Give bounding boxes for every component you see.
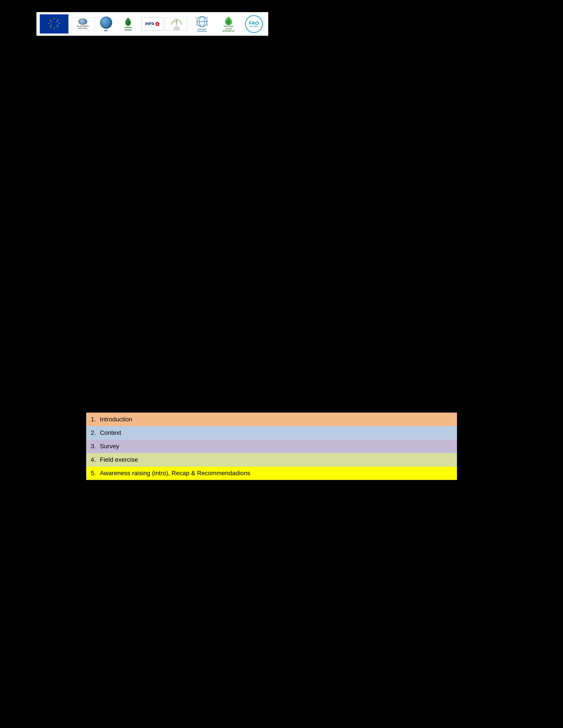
- menu-label-introduction: Introduction: [100, 416, 132, 423]
- svg-text:★: ★: [206, 24, 208, 26]
- ihpa-text: IHPA: [145, 22, 154, 26]
- menu-number-2: 2.: [91, 429, 96, 436]
- green-cross-logo: GREENCROSS: [117, 16, 139, 32]
- gef-globe-icon: [100, 17, 112, 29]
- svg-marker-6: [48, 23, 50, 24]
- svg-marker-0: [53, 18, 55, 19]
- menu-label-awareness: Awareness raising (intro), Recap & Recom…: [100, 470, 250, 477]
- menu-number-5: 5.: [91, 470, 96, 477]
- konex-logo: KONEXINTERIM: [165, 17, 188, 31]
- gef-globe-svg: [102, 18, 110, 27]
- svg-text:★: ★: [195, 17, 197, 19]
- green-cross-svg: [123, 17, 133, 26]
- fao-subtitle: FIAT PANIS: [250, 26, 258, 27]
- blacksmith-institute-logo: BLACKSMITHINSTITUTE: [71, 17, 95, 31]
- menu-number-4: 4.: [91, 456, 96, 463]
- svg-marker-1: [57, 19, 59, 21]
- svg-marker-8: [56, 21, 58, 22]
- konex-svg: [168, 18, 185, 26]
- menu-label-field-exercise: Field exercise: [100, 456, 138, 463]
- ihpa-flower-icon: ✿: [155, 21, 159, 27]
- menu-item-context[interactable]: 2. Context: [86, 426, 457, 440]
- fao-text: FAO: [249, 21, 259, 26]
- svg-marker-11: [51, 21, 52, 22]
- rotterdam-convention-logo: ★ ★ ★ ★ RotterdamConvention: [190, 15, 214, 33]
- menu-number-1: 1.: [91, 416, 96, 423]
- svg-marker-2: [58, 23, 60, 24]
- pan-uk-logo: PESTICIDEACTIONNETWORK UK: [216, 15, 241, 33]
- menu-label-survey: Survey: [100, 443, 119, 450]
- fao-logo: FAO FIAT PANIS: [243, 15, 265, 33]
- eu-flag: [40, 14, 68, 34]
- menu-item-survey[interactable]: 3. Survey: [86, 440, 457, 453]
- blacksmith-text: BLACKSMITHINSTITUTE: [77, 25, 89, 29]
- svg-marker-9: [56, 24, 58, 26]
- svg-marker-3: [57, 26, 59, 27]
- svg-marker-7: [50, 19, 51, 21]
- gef-label: gef: [104, 29, 108, 32]
- green-cross-label: GREENCROSS: [124, 26, 132, 31]
- fao-emblem: FAO FIAT PANIS: [245, 15, 263, 33]
- menu-item-field-exercise[interactable]: 4. Field exercise: [86, 453, 457, 467]
- konex-text: KONEXINTERIM: [173, 26, 180, 30]
- gef-logo: gef: [97, 16, 115, 32]
- rotterdam-svg: ★ ★ ★ ★: [194, 16, 210, 28]
- svg-text:★: ★: [206, 17, 208, 19]
- ihpa-logo: IHPA ✿: [141, 17, 163, 31]
- blacksmith-globe-icon: [78, 19, 87, 25]
- svg-marker-4: [53, 27, 55, 29]
- rotterdam-text: RotterdamConvention: [197, 28, 207, 32]
- header-logo-bar: BLACKSMITHINSTITUTE gef GREENCROSS IHPA …: [36, 12, 268, 36]
- menu-label-context: Context: [100, 429, 121, 436]
- svg-text:★: ★: [195, 24, 197, 26]
- svg-marker-5: [50, 26, 51, 27]
- eu-flag-svg: [44, 17, 64, 31]
- pan-uk-svg: [224, 15, 233, 25]
- pan-uk-text: PESTICIDEACTIONNETWORK UK: [222, 25, 234, 32]
- menu-item-awareness[interactable]: 5. Awareness raising (intro), Recap & Re…: [86, 467, 457, 480]
- svg-marker-10: [51, 24, 52, 26]
- menu-item-introduction[interactable]: 1. Introduction: [86, 413, 457, 426]
- agenda-menu: 1. Introduction 2. Context 3. Survey 4. …: [86, 413, 457, 480]
- eu-flag-logo: [40, 14, 68, 34]
- menu-number-3: 3.: [91, 443, 96, 450]
